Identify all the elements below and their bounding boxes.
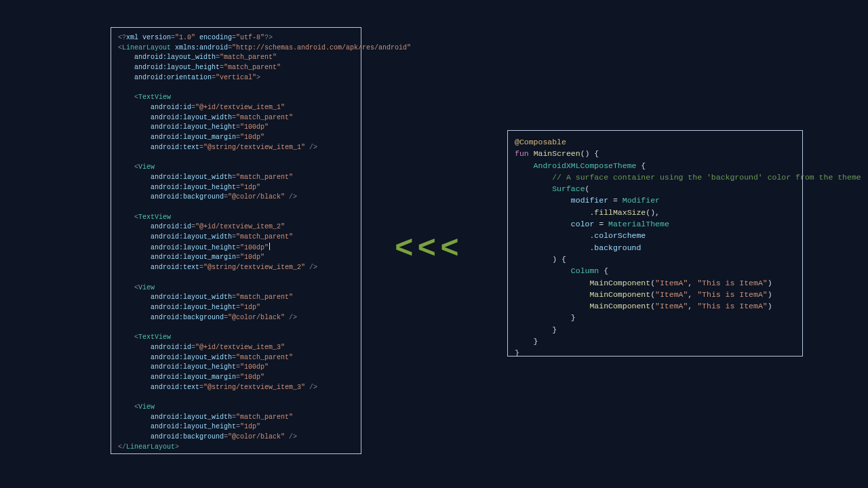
xml-code-block: <?xml version="1.0" encoding="utf-8"?> <…	[118, 33, 354, 453]
arrows-icon: <<<	[395, 232, 463, 267]
text-cursor	[269, 243, 270, 250]
kotlin-code-panel: @Composable fun MainScreen() { AndroidXM…	[507, 130, 803, 357]
slide-stage: <?xml version="1.0" encoding="utf-8"?> <…	[0, 0, 868, 488]
kotlin-code-block: @Composable fun MainScreen() { AndroidXM…	[515, 136, 795, 359]
xml-code-panel: <?xml version="1.0" encoding="utf-8"?> <…	[111, 27, 361, 454]
